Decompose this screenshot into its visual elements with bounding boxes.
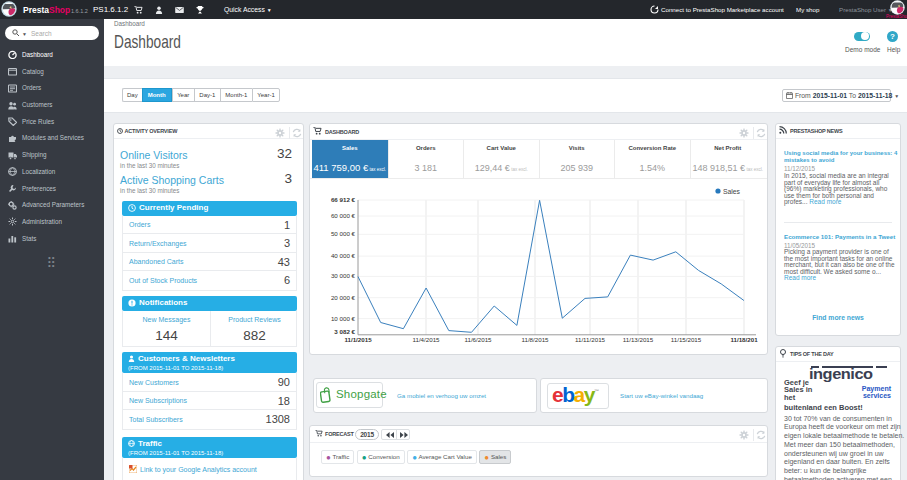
svg-text:60 000 €: 60 000 € bbox=[331, 212, 356, 219]
svg-text:11/18/201: 11/18/201 bbox=[730, 336, 758, 343]
svg-text:40 000 €: 40 000 € bbox=[331, 252, 356, 259]
svg-text:11/8/2015: 11/8/2015 bbox=[521, 336, 549, 343]
svg-text:66 912 €: 66 912 € bbox=[331, 196, 356, 203]
svg-text:50 000 €: 50 000 € bbox=[331, 230, 356, 237]
svg-text:30 000 €: 30 000 € bbox=[331, 272, 356, 279]
svg-text:10 000 €: 10 000 € bbox=[331, 315, 356, 322]
svg-text:11/1/2015: 11/1/2015 bbox=[344, 336, 372, 343]
svg-text:11/6/2015: 11/6/2015 bbox=[464, 336, 492, 343]
svg-text:20 000 €: 20 000 € bbox=[331, 294, 356, 301]
svg-text:3 082 €: 3 082 € bbox=[334, 328, 355, 335]
svg-text:11/15/2015: 11/15/2015 bbox=[671, 336, 702, 343]
svg-text:11/11/2015: 11/11/2015 bbox=[575, 336, 606, 343]
svg-text:11/4/2015: 11/4/2015 bbox=[412, 336, 440, 343]
svg-text:Sales: Sales bbox=[723, 188, 741, 195]
svg-text:11/13/2015: 11/13/2015 bbox=[623, 336, 654, 343]
